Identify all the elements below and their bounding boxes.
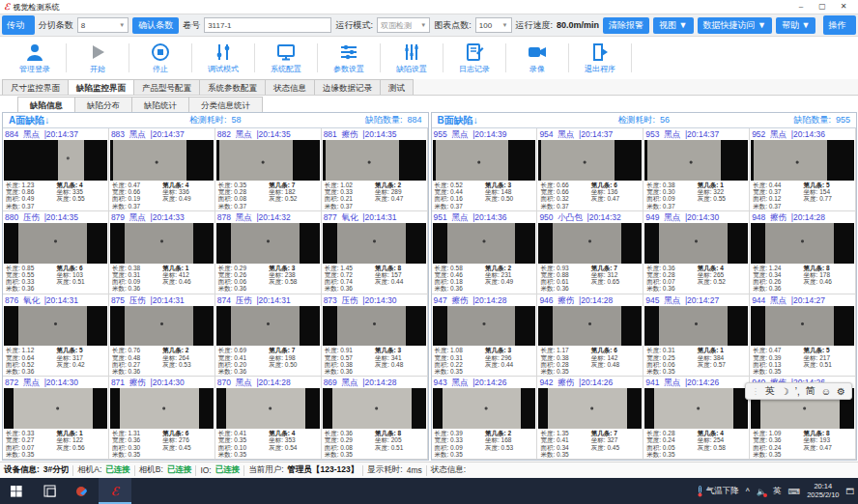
- defect-cell-948[interactable]: 948 擦伤 |20:14:28 长度: 1.24 宽度: 0.34 面积: 0…: [750, 211, 856, 294]
- main-tab-0[interactable]: 尺寸监控界面: [2, 79, 69, 95]
- sub-tab-1[interactable]: 缺陷分布: [74, 97, 132, 112]
- defect-thumbnail-image[interactable]: [4, 388, 107, 429]
- help-menu-button[interactable]: 帮助 ▼: [776, 17, 815, 34]
- ime-english-button[interactable]: 英: [765, 384, 775, 398]
- defect-cell-869[interactable]: 869 黑点 |20:14:28 长度: 0.36 宽度: 0.29 面积: 0…: [322, 377, 428, 460]
- toolbar-button-play[interactable]: 开始: [69, 42, 127, 74]
- toolbar-button-stop[interactable]: 停止: [131, 42, 189, 74]
- maximize-button[interactable]: ▢: [812, 0, 833, 14]
- defect-cell-876[interactable]: 876 氧化 |20:14:31 长度: 1.12 宽度: 0.64 面积: 0…: [3, 294, 109, 378]
- defect-thumbnail-image[interactable]: [433, 140, 536, 181]
- view-menu-button[interactable]: 视图 ▼: [653, 17, 693, 34]
- defect-thumbnail-image[interactable]: [4, 306, 107, 347]
- defect-cell-881[interactable]: 881 擦伤 |20:14:35 长度: 1.02 宽度: 0.33 面积: 0…: [322, 128, 428, 211]
- defect-thumbnail-image[interactable]: [110, 140, 214, 181]
- defect-thumbnail-image[interactable]: [538, 306, 642, 347]
- inspection-app-taskbar-icon[interactable]: ℰ: [99, 478, 131, 504]
- weather-widget[interactable]: 气温下降: [697, 486, 739, 497]
- defect-thumbnail-image[interactable]: [751, 140, 854, 181]
- defect-thumbnail-image[interactable]: [110, 388, 214, 429]
- defect-thumbnail-image[interactable]: [751, 223, 854, 264]
- defect-cell-946[interactable]: 946 擦伤 |20:14:28 长度: 1.17 宽度: 0.38 面积: 0…: [537, 294, 644, 378]
- defect-thumbnail-image[interactable]: [323, 388, 426, 429]
- tray-expand-arrow[interactable]: ^: [746, 487, 750, 496]
- defect-thumbnail-image[interactable]: [538, 388, 642, 429]
- defect-cell-878[interactable]: 878 黑点 |20:14:32 长度: 0.29 宽度: 0.26 面积: 0…: [215, 211, 322, 294]
- defect-cell-884[interactable]: 884 黑点 |20:14:37 长度: 1.23 宽度: 0.86 面积: 0…: [3, 128, 109, 211]
- defect-thumbnail-image[interactable]: [216, 223, 320, 264]
- defect-thumbnail-image[interactable]: [644, 140, 748, 181]
- ime-emoji-button[interactable]: ☺: [821, 386, 831, 397]
- defect-thumbnail-image[interactable]: [538, 140, 642, 181]
- defect-cell-880[interactable]: 880 压伤 |20:14:35 长度: 0.85 宽度: 0.55 面积: 0…: [3, 211, 109, 294]
- defect-cell-882[interactable]: 882 黑点 |20:14:35 长度: 0.35 宽度: 0.28 面积: 0…: [215, 128, 322, 211]
- operator-side-button[interactable]: 操作侧: [823, 15, 856, 35]
- sub-tab-0[interactable]: 缺陷信息: [17, 97, 75, 112]
- touch-keyboard-icon[interactable]: ⌨: [788, 487, 800, 496]
- defect-thumbnail-image[interactable]: [216, 140, 320, 181]
- defect-cell-949[interactable]: 949 黑点 |20:14:30 长度: 0.36 宽度: 0.28 面积: 0…: [644, 211, 750, 294]
- toolbar-button-sliders-v[interactable]: 缺陷设置: [383, 42, 441, 74]
- defect-thumbnail-image[interactable]: [323, 140, 426, 181]
- toolbar-button-tune[interactable]: 调试模式: [194, 42, 252, 74]
- defect-cell-871[interactable]: 871 擦伤 |20:14:30 长度: 1.31 宽度: 0.36 面积: 0…: [109, 377, 215, 460]
- main-tab-1[interactable]: 缺陷监控界面: [68, 79, 134, 95]
- defect-thumbnail-image[interactable]: [644, 223, 748, 264]
- defect-cell-879[interactable]: 879 黑点 |20:14:33 长度: 0.38 宽度: 0.31 面积: 0…: [109, 211, 215, 294]
- main-tab-6[interactable]: 测试: [380, 79, 414, 95]
- defect-cell-951[interactable]: 951 黑点 |20:14:36 长度: 0.58 宽度: 0.46 面积: 0…: [432, 211, 538, 294]
- defect-thumbnail-image[interactable]: [110, 223, 214, 264]
- sub-tab-3[interactable]: 分类信息统计: [188, 97, 263, 112]
- defect-thumbnail-image[interactable]: [4, 140, 107, 181]
- defect-cell-883[interactable]: 883 黑点 |20:14:37 长度: 0.47 宽度: 0.66 面积: 0…: [109, 128, 215, 211]
- defect-thumbnail-image[interactable]: [644, 306, 748, 347]
- start-button-icon[interactable]: [0, 478, 33, 504]
- ime-toolbar[interactable]: ⋮ 英 ☽ ’, 简 ☺ ⚙: [745, 382, 852, 400]
- defect-cell-954[interactable]: 954 黑点 |20:14:37 长度: 0.66 宽度: 0.66 面积: 0…: [537, 128, 644, 211]
- toolbar-button-user[interactable]: 管理登录: [6, 42, 64, 74]
- defect-cell-950[interactable]: 950 小凸包 |20:14:32 长度: 0.93 宽度: 0.88 面积: …: [537, 211, 644, 294]
- defect-thumbnail-image[interactable]: [751, 306, 854, 347]
- sub-tab-2[interactable]: 缺陷统计: [131, 97, 189, 112]
- defect-thumbnail-image[interactable]: [433, 388, 536, 429]
- defect-thumbnail-image[interactable]: [323, 223, 426, 264]
- defect-thumbnail-image[interactable]: [644, 388, 748, 429]
- ime-simplified-button[interactable]: 简: [806, 384, 815, 398]
- defect-thumbnail-image[interactable]: [538, 223, 642, 264]
- chart-points-select[interactable]: 100▼: [475, 17, 512, 33]
- task-view-icon[interactable]: [33, 478, 66, 504]
- minimize-button[interactable]: –: [790, 0, 812, 14]
- defect-cell-877[interactable]: 877 氧化 |20:14:31 长度: 1.45 宽度: 0.72 面积: 0…: [322, 211, 428, 294]
- ime-language-badge[interactable]: 英: [773, 486, 782, 497]
- run-mode-select[interactable]: 双面检测▼: [377, 17, 430, 33]
- defect-thumbnail-image[interactable]: [4, 223, 107, 264]
- defect-cell-872[interactable]: 872 黑点 |20:14:30 长度: 0.33 宽度: 0.27 面积: 0…: [3, 377, 109, 460]
- defect-cell-943[interactable]: 943 黑点 |20:14:26 长度: 0.39 宽度: 0.33 面积: 0…: [432, 377, 538, 460]
- main-tab-3[interactable]: 系统参数配置: [199, 79, 266, 95]
- toolbar-button-camera[interactable]: 录像: [508, 42, 566, 74]
- ime-settings-gear-icon[interactable]: ⚙: [837, 386, 845, 397]
- defect-thumbnail-image[interactable]: [216, 306, 320, 347]
- defect-cell-953[interactable]: 953 黑点 |20:14:37 长度: 0.38 宽度: 0.30 面积: 0…: [644, 128, 750, 211]
- defect-cell-875[interactable]: 875 压伤 |20:14:31 长度: 0.76 宽度: 0.48 面积: 0…: [109, 294, 215, 378]
- drive-side-button[interactable]: 传动侧: [2, 15, 35, 35]
- main-tab-5[interactable]: 边缘数据记录: [314, 79, 381, 95]
- defect-thumbnail-image[interactable]: [433, 223, 536, 264]
- close-button[interactable]: ✕: [833, 0, 854, 14]
- defect-thumbnail-image[interactable]: [323, 306, 426, 347]
- clear-alarm-button[interactable]: 清除报警: [603, 17, 649, 34]
- volume-icon[interactable]: 🔈: [757, 487, 767, 496]
- defect-cell-947[interactable]: 947 擦伤 |20:14:28 长度: 1.08 宽度: 0.31 面积: 0…: [432, 294, 538, 378]
- confirm-count-button[interactable]: 确认条数: [132, 17, 179, 34]
- toolbar-button-monitor[interactable]: 系统配置: [257, 42, 315, 74]
- slit-count-select[interactable]: 8▼: [77, 17, 129, 33]
- defect-cell-870[interactable]: 870 黑点 |20:14:28 长度: 0.41 宽度: 0.35 面积: 0…: [215, 377, 322, 460]
- defect-thumbnail-image[interactable]: [110, 306, 214, 347]
- ime-drag-handle-icon[interactable]: ⋮: [752, 387, 759, 396]
- defect-cell-942[interactable]: 942 擦伤 |20:14:26 长度: 1.35 宽度: 0.41 面积: 0…: [537, 377, 644, 460]
- data-quick-access-button[interactable]: 数据快捷访问 ▼: [698, 17, 772, 34]
- notification-center-icon[interactable]: 🗔: [846, 487, 855, 496]
- defect-cell-945[interactable]: 945 黑点 |20:14:27 长度: 0.31 宽度: 0.25 面积: 0…: [644, 294, 750, 378]
- defect-cell-944[interactable]: 944 黑点 |20:14:27 长度: 0.47 宽度: 0.39 面积: 0…: [750, 294, 856, 378]
- toolbar-button-log[interactable]: 日志记录: [445, 42, 503, 74]
